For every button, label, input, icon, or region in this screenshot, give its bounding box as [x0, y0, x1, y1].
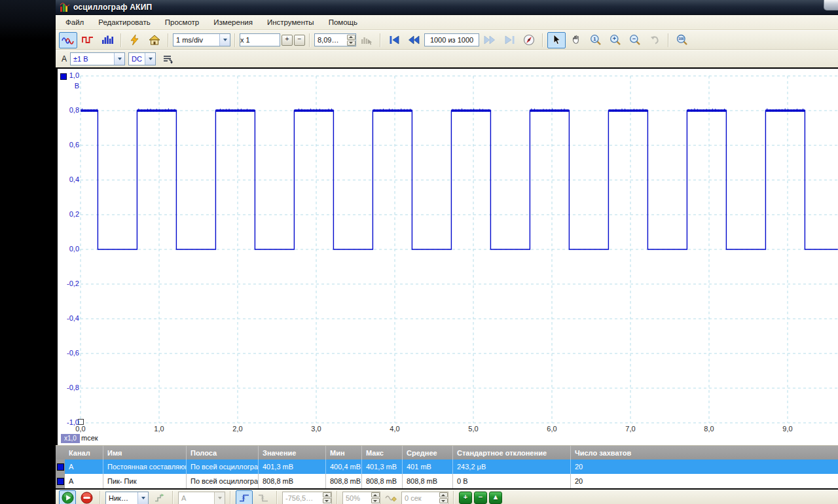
- table-cell-value: 808,8 mВ: [259, 474, 326, 488]
- separator: [276, 491, 278, 504]
- undo-icon: [649, 35, 660, 45]
- auto-measurement-button[interactable]: ▲: [489, 492, 502, 504]
- chevron-down-icon[interactable]: [137, 492, 148, 504]
- trigger-source-select-disabled[interactable]: A: [178, 492, 225, 504]
- multiplier-decrease-button[interactable]: −: [294, 35, 305, 46]
- chevron-down-icon[interactable]: [114, 53, 124, 65]
- go-last-record-button-disabled[interactable]: [500, 32, 519, 48]
- y-axis-tick-label: -0,2: [58, 279, 79, 287]
- menu-item-1[interactable]: Файл: [58, 16, 91, 28]
- remove-measurement-button[interactable]: −: [474, 492, 487, 504]
- timebase-select[interactable]: 1 ms/div: [173, 33, 230, 46]
- spin-up-button[interactable]: [323, 492, 331, 497]
- falling-edge-button-disabled[interactable]: [255, 490, 272, 504]
- trigger-mode-value: Ник…: [106, 494, 137, 502]
- spin-up-button[interactable]: [439, 492, 448, 497]
- close-button[interactable]: [824, 0, 838, 10]
- spin-down-button[interactable]: [371, 498, 380, 503]
- previous-record-button[interactable]: [405, 32, 423, 48]
- multiplier-increase-button[interactable]: +: [282, 35, 293, 46]
- waveform-canvas: [58, 69, 838, 426]
- pretrigger-percent-value: 50%: [343, 494, 371, 502]
- record-position-box: 1000 из 1000: [424, 33, 479, 46]
- holdoff-time-spinner-disabled[interactable]: 0 сек: [401, 492, 448, 504]
- toolbar-main: 1 ms/div x 1 + − 8,09…: [56, 30, 838, 50]
- table-header-cell[interactable]: Макс: [362, 446, 403, 459]
- spin-up-button[interactable]: [371, 492, 380, 497]
- menu-item-3[interactable]: Просмотр: [158, 16, 207, 28]
- analog-waveform-view-button[interactable]: [59, 32, 77, 48]
- chevron-down-icon[interactable]: [145, 53, 155, 65]
- table-cell-stddev: 0 В: [453, 474, 571, 488]
- menu-item-5[interactable]: Инструменты: [260, 16, 321, 28]
- autoset-button[interactable]: [126, 32, 144, 48]
- zoom-in-button[interactable]: +: [606, 32, 625, 48]
- titlebar: осциллограф АКИП: [56, 0, 838, 15]
- single-step-button-disabled[interactable]: [151, 490, 168, 504]
- playback-speed-button[interactable]: [520, 32, 538, 48]
- pretrigger-percent-spinner-disabled[interactable]: 50%: [342, 492, 380, 504]
- channel-options-button[interactable]: [159, 51, 177, 67]
- zoom-original-button[interactable]: 1: [587, 32, 605, 48]
- table-cell-captures: 20: [571, 459, 838, 474]
- histogram-view-button[interactable]: [98, 32, 117, 48]
- spin-down-button[interactable]: [347, 41, 355, 46]
- zoom-out-button[interactable]: −: [626, 32, 644, 48]
- desktop-background: осциллограф АКИП ФайлРедактироватьПросмо…: [0, 0, 838, 504]
- table-header-cell[interactable]: Мин: [326, 446, 362, 459]
- trigger-level-spinner-disabled[interactable]: -756,5…: [282, 492, 332, 504]
- next-record-button-disabled[interactable]: [481, 32, 499, 48]
- home-button[interactable]: [145, 32, 164, 48]
- table-row[interactable]: AПик- ПикПо всей осциллограмме808,8 mВ80…: [56, 474, 838, 488]
- spin-down-button[interactable]: [439, 498, 448, 503]
- chevron-down-icon[interactable]: [219, 34, 230, 46]
- spin-down-button[interactable]: [323, 498, 331, 503]
- spin-up-button[interactable]: [347, 35, 355, 40]
- x-axis-tick-label: 6,0: [537, 425, 566, 433]
- menu-item-4[interactable]: Измерения: [206, 16, 260, 28]
- menu-item-2[interactable]: Редактировать: [91, 16, 157, 28]
- play-icon: [62, 492, 74, 504]
- chevron-down-icon[interactable]: [214, 492, 225, 504]
- add-measurement-button[interactable]: +: [459, 492, 472, 504]
- lightning-icon: [130, 35, 140, 45]
- table-header-cell[interactable]: Среднее: [403, 446, 453, 459]
- rising-edge-button[interactable]: [236, 490, 253, 504]
- go-first-record-button[interactable]: [385, 32, 403, 48]
- svg-text:1: 1: [593, 36, 596, 42]
- trigger-mode-select[interactable]: Ник…: [105, 492, 149, 504]
- table-cell-band: По всей осциллограмме: [187, 474, 259, 488]
- x-scale-badge: x1,0: [61, 434, 80, 443]
- oscillogram-plot[interactable]: x1,0 mсек 1,00,80,60,40,20,0-0,2-0,4-0,6…: [56, 67, 838, 445]
- offset-spinner[interactable]: 8,09…: [314, 33, 356, 46]
- separator: [668, 33, 669, 47]
- zoom-100-button[interactable]: 100: [673, 32, 691, 48]
- multiplier-field[interactable]: x 1: [240, 33, 280, 46]
- table-row[interactable]: AПостоянная составляющаяПо всей осциллог…: [56, 459, 838, 474]
- app-icon: [60, 2, 70, 12]
- histogram-cursor-button-disabled[interactable]: [357, 32, 376, 48]
- holdoff-button-disabled[interactable]: [382, 490, 399, 504]
- table-header-cell[interactable]: Число захватов: [571, 446, 838, 459]
- table-cell-name: Пик- Пик: [103, 474, 187, 488]
- stop-button[interactable]: [78, 490, 95, 504]
- table-header-cell[interactable]: Имя: [103, 446, 187, 459]
- pan-tool-button[interactable]: [567, 32, 585, 48]
- table-header-cell[interactable]: Полоса: [187, 446, 259, 459]
- undo-zoom-button-disabled[interactable]: [646, 32, 664, 48]
- table-header-cell[interactable]: Канал: [56, 446, 103, 459]
- window-title: осциллограф АКИП: [73, 3, 152, 12]
- toolbar-trigger: Ник… A -756,5: [56, 490, 838, 504]
- table-header-cell[interactable]: Стандартное отклонение: [453, 446, 571, 459]
- pointer-tool-button[interactable]: [547, 32, 566, 48]
- menu-item-6[interactable]: Помощь: [321, 16, 365, 28]
- separator: [337, 491, 338, 504]
- channel-range-select[interactable]: ±1 В: [70, 52, 125, 65]
- run-button[interactable]: [59, 490, 76, 504]
- histogram-icon: [101, 35, 113, 45]
- sine-wave-icon: [62, 35, 75, 45]
- digital-waveform-view-button[interactable]: [79, 32, 97, 48]
- table-header-cell[interactable]: Значение: [259, 446, 326, 459]
- table-body: AПостоянная составляющаяПо всей осциллог…: [56, 459, 838, 488]
- channel-coupling-select[interactable]: DC: [128, 52, 156, 65]
